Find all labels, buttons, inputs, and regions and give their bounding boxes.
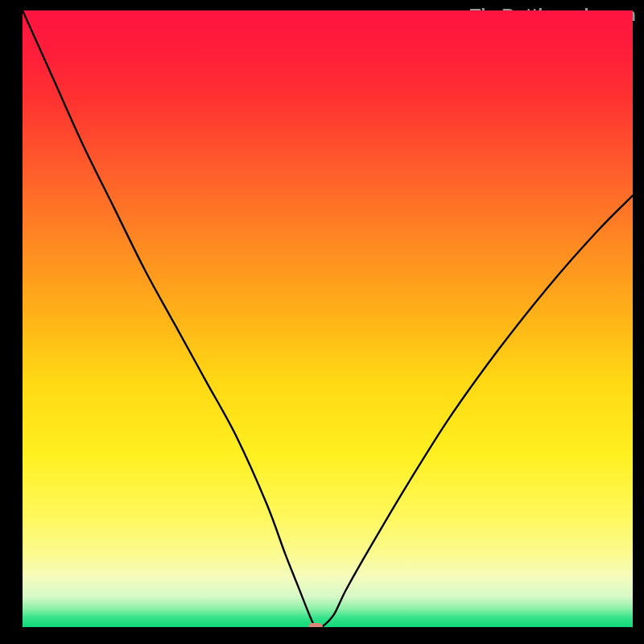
bottleneck-curve (23, 10, 633, 627)
plot-area (23, 10, 633, 627)
vertex-marker (308, 623, 323, 627)
chart-stage: TheBottleneck.com (0, 0, 644, 644)
